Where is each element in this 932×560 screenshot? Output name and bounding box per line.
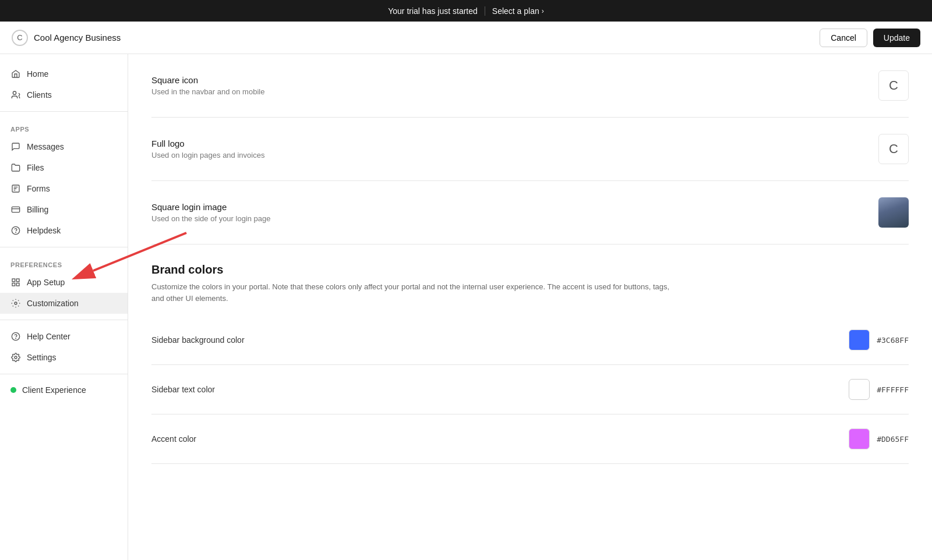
sidebar-item-customization[interactable]: Customization [0, 293, 128, 314]
customization-icon [10, 298, 21, 309]
square-icon-letter: C [889, 78, 898, 93]
square-login-row: Square login image Used on the side of y… [151, 181, 909, 244]
sidebar-item-settings[interactable]: Settings [0, 347, 128, 368]
full-logo-row: Full logo Used on login pages and invoic… [151, 118, 909, 181]
sidebar-item-label: Billing [27, 205, 48, 214]
banner-divider [485, 6, 485, 16]
sidebar-item-client-experience[interactable]: Client Experience [0, 380, 128, 400]
sidebar-bg-color-hex: #3C68FF [877, 336, 909, 345]
billing-icon [10, 204, 21, 215]
messages-icon [10, 141, 21, 152]
accent-color-hex: #DD65FF [877, 435, 909, 444]
trial-text: Your trial has just started [388, 6, 478, 16]
header-brand: C Cool Agency Business [12, 30, 121, 46]
home-icon [10, 69, 21, 79]
full-logo-info: Full logo Used on login pages and invoic… [151, 139, 264, 160]
preferences-section-label: Preferences [0, 253, 128, 272]
sidebar-item-label: Clients [27, 90, 52, 100]
main-content: Square icon Used in the navbar and on mo… [128, 54, 932, 560]
sidebar: Home Clients Apps Messages Files [0, 54, 128, 560]
accent-color-label: Accent color [151, 434, 196, 444]
status-dot-icon [10, 387, 16, 393]
sidebar-item-label: Customization [27, 299, 79, 308]
sidebar-item-home[interactable]: Home [0, 63, 128, 84]
sidebar-bg-color-label: Sidebar background color [151, 335, 245, 345]
sidebar-item-label: Forms [27, 184, 50, 193]
sidebar-bg-color-row: Sidebar background color #3C68FF [151, 316, 909, 365]
accent-color-row: Accent color #DD65FF [151, 414, 909, 464]
update-button[interactable]: Update [873, 29, 920, 47]
svg-point-4 [16, 232, 16, 233]
login-img-inner [878, 197, 909, 228]
help-center-icon [10, 331, 21, 342]
sidebar-item-billing[interactable]: Billing [0, 199, 128, 220]
header-bar: C Cool Agency Business Cancel Update [0, 22, 932, 54]
sidebar-text-color-label: Sidebar text color [151, 385, 215, 394]
square-icon-title: Square icon [151, 75, 264, 85]
square-icon-desc: Used in the navbar and on mobile [151, 87, 264, 96]
helpdesk-icon [10, 225, 21, 236]
square-icon-info: Square icon Used in the navbar and on mo… [151, 75, 264, 96]
sidebar-item-app-setup[interactable]: App Setup [0, 272, 128, 293]
sidebar-text-color-hex: #FFFFFF [877, 385, 909, 394]
apps-section-label: Apps [0, 118, 128, 136]
svg-point-0 [13, 91, 16, 94]
top-banner: Your trial has just started Select a pla… [0, 0, 932, 22]
header-actions: Cancel Update [820, 29, 920, 47]
brand-colors-section: Brand colors Customize the colors in you… [151, 244, 909, 316]
files-icon [10, 162, 21, 173]
sidebar-divider-2 [0, 247, 128, 247]
select-plan-link[interactable]: Select a plan › [492, 6, 544, 16]
brand-name: Cool Agency Business [34, 33, 121, 42]
full-logo-desc: Used on login pages and invoices [151, 151, 264, 160]
sidebar-item-label: Client Experience [22, 385, 86, 395]
sidebar-text-color-right: #FFFFFF [849, 379, 909, 400]
sidebar-item-label: Messages [27, 142, 64, 151]
svg-point-12 [15, 356, 17, 359]
sidebar-item-label: Helpdesk [27, 226, 61, 235]
square-icon-preview[interactable]: C [878, 70, 909, 101]
settings-icon [10, 352, 21, 363]
full-logo-preview[interactable]: C [878, 134, 909, 164]
sidebar-item-messages[interactable]: Messages [0, 136, 128, 157]
square-login-title: Square login image [151, 202, 271, 212]
sidebar-item-label: Home [27, 69, 48, 79]
clients-icon [10, 90, 21, 100]
svg-rect-2 [12, 207, 19, 212]
accent-color-right: #DD65FF [849, 428, 909, 449]
full-logo-letter: C [889, 141, 898, 157]
sidebar-divider-3 [0, 320, 128, 320]
brand-icon: C [12, 30, 28, 46]
sidebar-text-color-swatch[interactable] [849, 379, 870, 400]
sidebar-bg-color-right: #3C68FF [849, 329, 909, 350]
forms-icon [10, 183, 21, 194]
full-logo-title: Full logo [151, 139, 264, 148]
sidebar-item-helpdesk[interactable]: Helpdesk [0, 220, 128, 241]
svg-point-11 [16, 338, 16, 339]
sidebar-item-label: Files [27, 163, 44, 172]
svg-rect-7 [12, 283, 15, 286]
svg-rect-5 [12, 279, 15, 282]
sidebar-item-files[interactable]: Files [0, 157, 128, 178]
sidebar-item-clients[interactable]: Clients [0, 84, 128, 105]
sidebar-item-label: Settings [27, 353, 57, 362]
square-login-info: Square login image Used on the side of y… [151, 202, 271, 223]
chevron-right-icon: › [542, 7, 544, 15]
sidebar-item-forms[interactable]: Forms [0, 178, 128, 199]
sidebar-bg-color-swatch[interactable] [849, 329, 870, 350]
main-layout: Home Clients Apps Messages Files [0, 54, 932, 560]
square-login-preview[interactable] [878, 197, 909, 228]
cancel-button[interactable]: Cancel [820, 29, 867, 47]
sidebar-item-label: Help Center [27, 332, 70, 341]
svg-point-9 [15, 302, 17, 304]
accent-color-swatch[interactable] [849, 428, 870, 449]
sidebar-text-color-row: Sidebar text color #FFFFFF [151, 365, 909, 414]
sidebar-item-help-center[interactable]: Help Center [0, 326, 128, 347]
sidebar-item-label: App Setup [27, 278, 65, 287]
sidebar-divider-1 [0, 111, 128, 112]
app-setup-icon [10, 277, 21, 288]
select-plan-text: Select a plan [492, 6, 539, 16]
brand-colors-title: Brand colors [151, 263, 909, 277]
svg-rect-8 [16, 283, 19, 286]
square-login-desc: Used on the side of your login page [151, 214, 271, 223]
